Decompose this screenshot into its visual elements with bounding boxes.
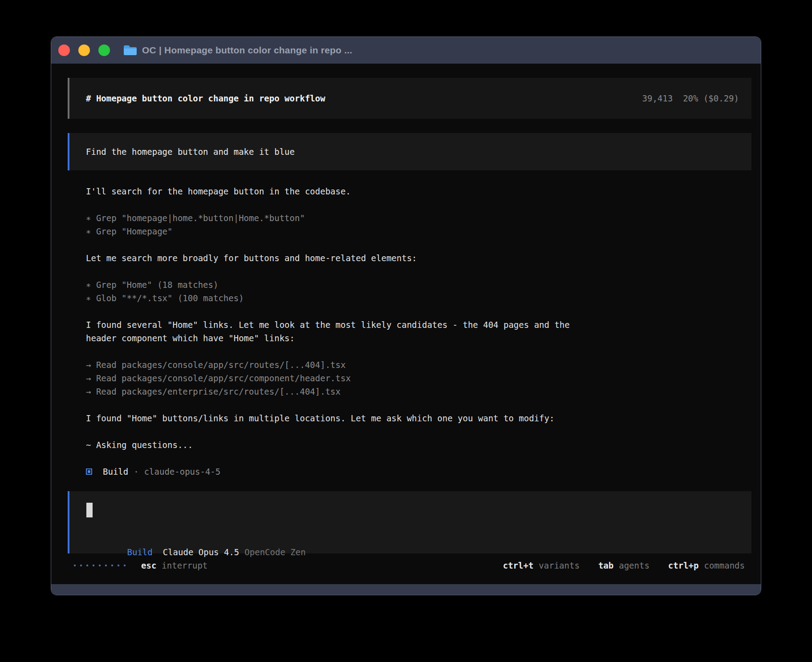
assistant-text: I found several "Home" links. Let me loo…	[86, 318, 751, 331]
terminal-content: # Homepage button color change in repo w…	[51, 64, 761, 584]
session-header: # Homepage button color change in repo w…	[68, 78, 751, 119]
spinner-dot	[124, 565, 126, 566]
titlebar: OC | Homepage button color change in rep…	[51, 37, 761, 64]
token-count: 39,413	[642, 93, 673, 103]
session-title: # Homepage button color change in repo w…	[86, 93, 325, 103]
tool-call-grep: ∗ Grep "Home" (18 matches)	[86, 278, 751, 291]
assistant-text: header component which have "Home" links…	[86, 331, 751, 345]
text-cursor	[86, 503, 93, 517]
shortcut-key-ctrl-t: ctrl+t	[503, 561, 534, 570]
input-meta: BuildClaude Opus 4.5OpenCode Zen	[86, 532, 739, 545]
close-button[interactable]	[58, 44, 70, 56]
assistant-text: I found "Home" buttons/links in multiple…	[86, 412, 751, 425]
window-title: OC | Homepage button color change in rep…	[142, 45, 352, 56]
tool-call-grep: ∗ Grep "homepage|home.*button|Home.*butt…	[86, 211, 751, 225]
assistant-text: Let me search more broadly for buttons a…	[86, 251, 751, 265]
agent-separator: ·	[134, 465, 138, 478]
assistant-status-text: ~ Asking questions...	[86, 438, 751, 452]
shortcut-label-commands: commands	[704, 561, 745, 570]
spinner-dot	[80, 565, 82, 566]
shortcut-label-interrupt: interrupt	[162, 561, 207, 570]
shortcut-key-ctrl-p: ctrl+p	[668, 561, 699, 570]
spinner-dot	[118, 565, 119, 566]
session-stats: 39,41320% ($0.29)	[642, 93, 739, 103]
tool-call-grep: ∗ Grep "Homepage"	[86, 225, 751, 238]
status-bar: esc interrupt ctrl+t variants tab agents…	[68, 559, 751, 572]
zoom-button[interactable]	[98, 44, 110, 56]
assistant-text: I'll search for the homepage button in t…	[86, 185, 751, 198]
input-provider-label: OpenCode Zen	[244, 547, 305, 557]
folder-icon	[123, 44, 137, 56]
shortcut-variants: ctrl+t variants	[503, 561, 580, 570]
shortcut-label-variants: variants	[539, 561, 580, 570]
build-agent-icon	[86, 468, 92, 475]
agent-model: claude-opus-4-5	[144, 465, 221, 478]
tool-call-read: → Read packages/console/app/src/routes/[…	[86, 358, 751, 371]
shortcut-key-tab: tab	[598, 561, 613, 570]
tool-call-read: → Read packages/enterprise/src/routes/[.…	[86, 385, 751, 398]
minimize-button[interactable]	[78, 44, 90, 56]
chat-log: I'll search for the homepage button in t…	[68, 185, 751, 478]
spinner-dot	[93, 565, 94, 566]
agent-name: Build	[103, 465, 128, 478]
spinner-dot	[74, 565, 76, 566]
context-usage: 20% ($0.29)	[683, 93, 739, 103]
shortcut-key-esc: esc	[141, 561, 156, 570]
shortcut-label-agents: agents	[619, 561, 650, 570]
spinner-dot	[86, 565, 88, 566]
agent-status-row: Build · claude-opus-4-5	[86, 465, 751, 478]
spinner-dot	[111, 565, 113, 566]
window-footer	[51, 584, 761, 595]
input-model-label: Claude Opus 4.5	[163, 547, 240, 557]
prompt-input[interactable]: BuildClaude Opus 4.5OpenCode Zen	[68, 491, 751, 553]
terminal-window: OC | Homepage button color change in rep…	[51, 36, 761, 595]
shortcut-agents: tab agents	[598, 561, 650, 570]
spinner-dot	[99, 565, 101, 566]
spinner-dot	[105, 565, 107, 566]
shortcut-commands: ctrl+p commands	[668, 561, 745, 570]
user-message-text: Find the homepage button and make it blu…	[86, 147, 295, 157]
tool-call-read: → Read packages/console/app/src/componen…	[86, 371, 751, 385]
tool-call-glob: ∗ Glob "**/*.tsx" (100 matches)	[86, 291, 751, 305]
user-message: Find the homepage button and make it blu…	[68, 133, 751, 170]
traffic-lights	[51, 44, 110, 56]
spinner-dots	[74, 565, 126, 566]
input-agent-label[interactable]: Build	[127, 547, 153, 557]
